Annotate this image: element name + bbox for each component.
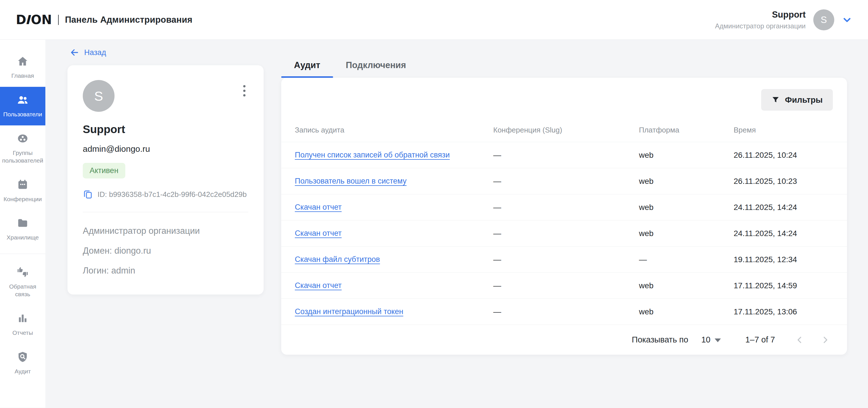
cell-conference: — — [493, 229, 639, 238]
cell-conference: — — [493, 281, 639, 290]
users-icon — [17, 94, 29, 107]
kebab-menu-icon[interactable] — [240, 82, 248, 99]
cell-conference: — — [493, 151, 639, 160]
table-row: Получен список записей об обратной связи… — [281, 142, 847, 168]
caret-down-icon — [715, 339, 721, 342]
audit-column: Аудит Подключения Фильтры Запись аудита … — [281, 48, 847, 408]
cell-time: 26.11.2025, 10:24 — [734, 151, 833, 160]
feedback-thumbs-icon — [17, 266, 29, 279]
profile-role: Администратор организации — [83, 226, 248, 236]
sidebar-item-conferences[interactable]: Конференции — [0, 172, 45, 210]
back-label: Назад — [84, 48, 106, 57]
cell-platform: — — [639, 255, 734, 264]
sidebar-item-label: Отчеты — [12, 329, 33, 337]
cell-platform: web — [639, 151, 734, 160]
column-header-platform: Платформа — [639, 126, 734, 135]
cell-time: 24.11.2025, 14:24 — [734, 203, 833, 212]
cell-conference: — — [493, 177, 639, 186]
audit-record-link[interactable]: Скачан отчет — [295, 281, 342, 290]
home-icon — [17, 55, 29, 68]
audit-record-link[interactable]: Скачан отчет — [295, 203, 342, 212]
filters-label: Фильтры — [785, 95, 823, 105]
audit-record-link[interactable]: Получен список записей об обратной связи — [295, 151, 450, 159]
arrow-left-icon — [70, 48, 80, 57]
profile-name: Support — [83, 123, 248, 136]
audit-table-card: Фильтры Запись аудита Конференция (Slug)… — [281, 78, 847, 355]
copy-icon[interactable] — [83, 189, 93, 200]
chevron-down-icon[interactable] — [842, 15, 852, 25]
sidebar-item-home[interactable]: Главная — [0, 48, 45, 87]
status-badge: Активен — [83, 163, 125, 178]
brand: D I ON Панель Администрирования — [16, 12, 192, 27]
sidebar-item-label: Пользователи — [3, 111, 42, 118]
sidebar-item-feedback[interactable]: Обратная связь — [0, 259, 45, 305]
profile-domain: Домен: diongo.ru — [83, 246, 248, 256]
table-header: Запись аудита Конференция (Slug) Платфор… — [281, 118, 847, 142]
tab-connections[interactable]: Подключения — [333, 60, 419, 78]
user-role: Администратор организации — [715, 22, 806, 30]
cell-platform: web — [639, 281, 734, 290]
column-header-record: Запись аудита — [295, 126, 493, 135]
cell-time: 19.11.2025, 12:34 — [734, 255, 833, 264]
filters-button[interactable]: Фильтры — [761, 89, 833, 111]
back-link[interactable]: Назад — [70, 48, 106, 57]
sidebar-item-audit[interactable]: Аудит — [0, 344, 45, 382]
topbar: D I ON Панель Администрирования Support … — [0, 0, 868, 40]
pagination-range: 1–7 of 7 — [745, 335, 775, 345]
per-page-value: 10 — [701, 335, 710, 345]
tabs: Аудит Подключения — [281, 60, 847, 78]
table-row: Скачан отчет — web 24.11.2025, 14:24 — [281, 220, 847, 246]
cell-time: 24.11.2025, 14:24 — [734, 229, 833, 238]
sidebar-item-label: Главная — [11, 72, 34, 80]
cell-time: 26.11.2025, 10:23 — [734, 177, 833, 186]
sidebar-item-reports[interactable]: Отчеты — [0, 305, 45, 344]
sidebar-item-user-groups[interactable]: Группы пользователей — [0, 125, 45, 172]
cell-platform: web — [639, 229, 734, 238]
audit-record-link[interactable]: Создан интеграционный токен — [295, 307, 403, 316]
table-row: Скачан файл субтитров — — 19.11.2025, 12… — [281, 246, 847, 272]
logo-letter: D — [16, 12, 26, 27]
cell-time: 17.11.2025, 14:59 — [734, 281, 833, 290]
user-groups-icon — [17, 133, 29, 146]
user-name: Support — [715, 10, 806, 20]
audit-record-link[interactable]: Скачан файл субтитров — [295, 255, 380, 264]
profile-email: admin@diongo.ru — [83, 144, 248, 154]
bar-chart-icon — [17, 312, 29, 325]
profile-column: Назад S Support admin@diongo.ru Активен — [67, 48, 264, 408]
user-texts: Support Администратор организации — [715, 10, 806, 30]
per-page-select[interactable]: 10 — [701, 335, 721, 345]
filter-funnel-icon — [771, 96, 780, 104]
avatar: S — [813, 9, 834, 30]
user-menu[interactable]: Support Администратор организации S — [715, 9, 852, 30]
profile-id-row: ID: b9936358-b7c1-4c2b-99f6-042c2e05d29b — [83, 189, 248, 200]
cell-platform: web — [639, 203, 734, 212]
column-header-time: Время — [734, 126, 833, 135]
sidebar-item-label: Аудит — [14, 368, 31, 375]
cell-platform: web — [639, 307, 734, 316]
sidebar-item-label: Хранилище — [6, 234, 38, 241]
avatar: S — [83, 80, 115, 112]
audit-record-link[interactable]: Скачан отчет — [295, 229, 342, 238]
table-row: Создан интеграционный токен — web 17.11.… — [281, 298, 847, 325]
sidebar-item-storage[interactable]: Хранилище — [0, 210, 45, 249]
per-page-label: Показывать по — [632, 335, 688, 345]
audit-record-link[interactable]: Пользователь вошел в систему — [295, 177, 406, 185]
sidebar-item-label: Обратная связь — [2, 283, 44, 298]
shield-search-icon — [17, 351, 29, 364]
cell-conference: — — [493, 255, 639, 264]
sidebar-divider — [0, 254, 45, 254]
logo-letter: ON — [31, 12, 52, 27]
cell-platform: web — [639, 177, 734, 186]
chevron-left-icon[interactable] — [794, 334, 806, 346]
folder-icon — [17, 217, 29, 230]
brand-divider — [58, 15, 59, 25]
pagination: Показывать по 10 1–7 of 7 — [281, 325, 847, 355]
sidebar-item-users[interactable]: Пользователи — [0, 87, 45, 125]
tab-audit[interactable]: Аудит — [281, 60, 333, 78]
column-header-conference: Конференция (Slug) — [493, 126, 639, 135]
cell-conference: — — [493, 203, 639, 212]
chevron-right-icon[interactable] — [819, 334, 831, 346]
main-content: Назад S Support admin@diongo.ru Активен — [45, 40, 868, 408]
profile-id: ID: b9936358-b7c1-4c2b-99f6-042c2e05d29b — [97, 190, 247, 199]
cell-conference: — — [493, 307, 639, 316]
